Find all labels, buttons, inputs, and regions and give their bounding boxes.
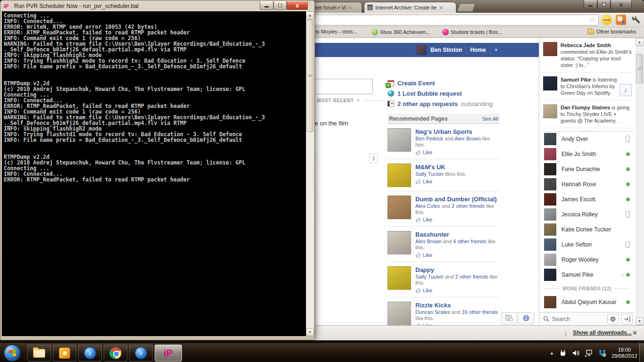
friend-name-link[interactable]: Duncan Scales xyxy=(415,309,450,315)
tab-internet-archive[interactable]: Internet Archive: Create ite × xyxy=(364,2,456,13)
scrollbar-thumb[interactable] xyxy=(636,54,643,83)
restore-button[interactable] xyxy=(273,1,287,10)
page-thumbnail[interactable] xyxy=(388,302,411,325)
chat-friend-row[interactable]: Roger Woolley xyxy=(539,252,635,267)
home-link[interactable]: Home xyxy=(470,47,486,53)
page-name-link[interactable]: Dumb and Dumber (Official) xyxy=(415,196,500,203)
bookmark-chris-moyles[interactable]: ris Moyles - chris... xyxy=(314,29,357,34)
chat-friend-row[interactable]: Fane Dunachie xyxy=(539,162,635,177)
taskbar-get-iplayer-button[interactable]: iP xyxy=(155,345,182,362)
page-thumbnail[interactable] xyxy=(388,164,411,187)
create-event-link[interactable]: Create Event xyxy=(388,78,501,88)
nectar-extension-icon[interactable]: nectar xyxy=(602,15,612,25)
scroll-down-button[interactable]: ▼ xyxy=(636,317,644,325)
chat-friend-row[interactable]: Ellie-Jo Smith xyxy=(539,147,635,162)
sidebar-scrollbar[interactable]: ▲ ▼ xyxy=(636,38,644,325)
ticker-story[interactable]: Dan Flumpy Staines is going to Tinchy St… xyxy=(539,100,635,128)
page-name-link[interactable]: Basshunter xyxy=(415,231,500,238)
app-requests-link[interactable]: 2 other app requests outstanding xyxy=(388,99,501,109)
scroll-up-button[interactable]: ▲ xyxy=(306,11,314,19)
wrench-menu-icon[interactable] xyxy=(631,15,641,25)
play-music-button[interactable]: ♪ xyxy=(619,84,632,96)
profile-name-link[interactable]: Ben Stinton xyxy=(430,47,462,53)
more-friends-divider[interactable]: MORE FRIENDS (12) xyxy=(539,282,635,295)
minimize-button[interactable] xyxy=(584,0,597,9)
chat-friend-row[interactable]: Samuel Pike ♪ xyxy=(539,267,635,282)
friend-name-link[interactable]: Alex Brown xyxy=(454,136,481,141)
page-thumbnail[interactable] xyxy=(388,266,411,290)
friend-name-link[interactable]: 4 other friends xyxy=(453,239,486,244)
ticker-name[interactable]: Rebecca Jade Smith xyxy=(561,42,611,48)
chat-friend-row[interactable]: Jessica Ridley xyxy=(539,207,635,222)
most-recent-selector[interactable]: MOST RECENT ▼ xyxy=(317,98,384,103)
like-button[interactable]: Like xyxy=(415,288,500,293)
hidden-icons-arrow[interactable]: ▲ xyxy=(550,351,554,355)
show-all-downloads-link[interactable]: Show all downloads... xyxy=(573,329,632,336)
chat-friend-row[interactable]: Katie Doriee Tucker xyxy=(539,222,635,237)
volume-icon[interactable] xyxy=(572,349,580,357)
ticker-name[interactable]: Samuel Pike xyxy=(561,77,591,82)
profile-avatar[interactable] xyxy=(417,45,427,55)
extension-icon[interactable] xyxy=(616,15,626,25)
friend-name-link[interactable]: 2 other friends xyxy=(455,274,488,280)
start-button[interactable] xyxy=(4,345,21,362)
taskbar-windows-explorer-button[interactable] xyxy=(27,345,51,362)
page-name-link[interactable]: Rizzle Kicks xyxy=(415,302,500,309)
lost-bubble-request-link[interactable]: 1 Lost Bubble request xyxy=(388,88,501,99)
taskbar-chrome-button[interactable] xyxy=(104,345,127,362)
friend-name-link[interactable]: 16 other friends xyxy=(462,309,497,315)
chat-friend-row[interactable]: James Escott xyxy=(539,192,635,207)
chat-friend-row[interactable]: Luke Sefton xyxy=(539,237,635,252)
friend-name-link[interactable]: 2 other friends xyxy=(452,203,485,209)
comment-input[interactable] xyxy=(313,79,373,94)
page-thumbnail[interactable] xyxy=(388,128,411,152)
friend-name-link[interactable]: Alex Brown xyxy=(415,239,442,244)
see-all-link[interactable]: See All xyxy=(482,116,498,122)
chat-friend-row[interactable]: Abdul Qaiyum Kausar xyxy=(539,295,635,310)
network-icon[interactable] xyxy=(585,349,594,357)
collapse-chevron-button[interactable]: ❯ xyxy=(369,154,378,163)
minimize-button[interactable] xyxy=(260,1,273,10)
show-desktop-button[interactable] xyxy=(639,343,644,362)
scroll-up-button[interactable]: ▲ xyxy=(636,38,644,46)
page-name-link[interactable]: Neg's Urban Sports xyxy=(415,128,500,135)
power-plug-icon[interactable] xyxy=(559,349,567,357)
close-downloads-bar-icon[interactable]: × xyxy=(633,329,637,337)
friend-name-link[interactable]: Alex Coles xyxy=(415,203,440,209)
close-button[interactable]: x xyxy=(287,1,308,10)
dropbox-icon[interactable] xyxy=(598,349,607,357)
taskbar-itunes-button[interactable]: ♪ xyxy=(129,345,153,362)
bookmark-star-icon[interactable]: ☆ xyxy=(589,16,595,24)
page-thumbnail[interactable] xyxy=(388,196,411,219)
chat-sign-in-button[interactable] xyxy=(621,314,633,324)
new-tab-button[interactable] xyxy=(457,3,476,12)
page-name-link[interactable]: Dappy xyxy=(415,266,500,273)
terminal-scrollbar[interactable]: ▲ ▼ xyxy=(306,11,314,336)
chat-friend-row[interactable]: Andy Over xyxy=(539,132,635,147)
notifications-dock-button[interactable] xyxy=(518,312,534,324)
close-button[interactable]: x xyxy=(611,0,632,9)
like-button[interactable]: Like xyxy=(415,252,500,258)
ticker-resize-handle[interactable] xyxy=(539,128,635,132)
friend-name-link[interactable]: Sally Tucker xyxy=(415,171,444,177)
chat-friend-row[interactable]: Hannah Rose xyxy=(539,177,635,192)
page-thumbnail[interactable] xyxy=(388,231,411,255)
account-menu-caret-icon[interactable]: ▼ xyxy=(494,48,498,52)
page-name-link[interactable]: M&M's UK xyxy=(415,164,466,171)
terminal-titlebar[interactable]: iP Run PVR Scheduler Now - run_pvr_sched… xyxy=(0,0,314,11)
friend-requests-dock-button[interactable] xyxy=(501,312,517,324)
restore-button[interactable] xyxy=(597,0,611,9)
scroll-down-button[interactable]: ▼ xyxy=(306,328,314,336)
chat-search-input[interactable]: Search xyxy=(552,316,604,322)
taskbar-itunes-button[interactable]: ♪ xyxy=(78,345,102,362)
chat-settings-button[interactable] xyxy=(607,314,619,324)
ticker-story[interactable]: Samuel Pike is listening to Christian's … xyxy=(539,73,635,100)
tab-close-icon[interactable]: × xyxy=(349,5,352,10)
other-bookmarks-button[interactable]: Other bookmarks xyxy=(587,29,636,34)
like-button[interactable]: Like xyxy=(415,217,500,222)
clock[interactable]: 18:00 29/08/2012 xyxy=(611,347,637,359)
ticker-story[interactable]: Rebecca Jade Smith commented on Ellie-Jo… xyxy=(539,38,635,73)
tab-forum[interactable]: s.net forum • Vi × xyxy=(307,2,362,13)
friend-name-link[interactable]: Ben Pedrick xyxy=(415,136,443,141)
bookmark-xbox[interactable]: Xbox 360 Achievem... xyxy=(372,29,430,35)
